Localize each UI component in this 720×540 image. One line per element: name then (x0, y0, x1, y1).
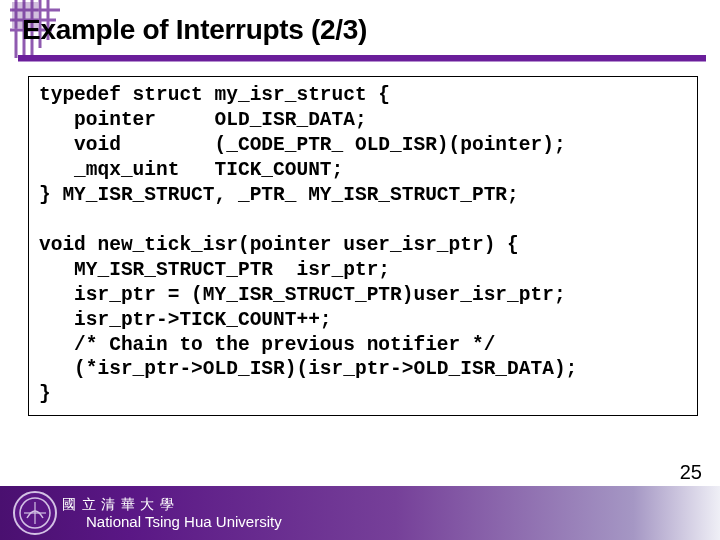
footer-university-name: National Tsing Hua University (86, 513, 282, 530)
page-title: Example of Interrupts (2/3) (22, 14, 367, 46)
university-banner-cjk: 國 立 清 華 大 學 (62, 496, 175, 514)
footer: 國 立 清 華 大 學 National Tsing Hua Universit… (0, 486, 720, 540)
university-emblem-icon (12, 490, 58, 536)
title-underline-shadow (18, 61, 706, 62)
code-box: typedef struct my_isr_struct { pointer O… (28, 76, 698, 416)
code-listing: typedef struct my_isr_struct { pointer O… (39, 83, 687, 407)
slide: Example of Interrupts (2/3) typedef stru… (0, 0, 720, 540)
page-number: 25 (680, 461, 702, 484)
